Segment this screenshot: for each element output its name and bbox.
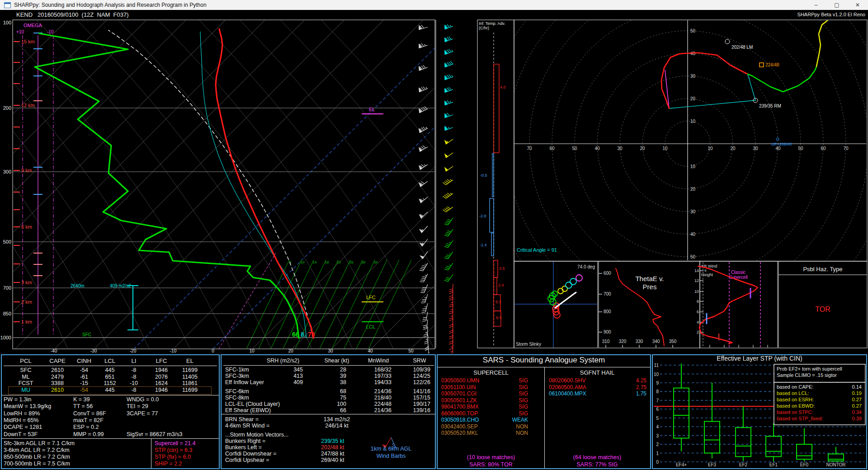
svg-text:850: 850: [3, 311, 11, 316]
sars-match-id: 03050501.LZK: [441, 398, 477, 404]
wind-barb: [444, 227, 453, 237]
pcl-row-name: ML: [10, 374, 42, 380]
kin-row-label: SFC-3km: [225, 373, 249, 379]
thermo-stat: ConvT = 86F: [73, 411, 106, 417]
wind-barb: [443, 177, 453, 185]
svg-text:20: 20: [690, 187, 696, 192]
wind-barb: [419, 209, 428, 218]
svg-text:v.: v.: [704, 268, 707, 273]
wind-barb: [449, 304, 453, 314]
wind-barb: [444, 216, 453, 226]
svg-text:340: 340: [652, 339, 660, 344]
svg-text:30: 30: [690, 74, 696, 79]
svg-text:60: 60: [549, 146, 555, 151]
svg-text:EF3: EF3: [708, 462, 717, 467]
wind-barb: [443, 111, 453, 118]
kin-row-label: SFC-8km: [225, 395, 249, 401]
svg-text:10: 10: [708, 146, 713, 151]
svg-text:0.39: 0.39: [852, 416, 862, 421]
wind-barb: [422, 302, 428, 313]
svg-text:18: 18: [325, 260, 329, 264]
window-title: SHARPpy: Sounding and Hodograph Analysis…: [14, 2, 806, 8]
svg-text:50: 50: [690, 254, 696, 259]
svg-text:100: 100: [3, 20, 11, 25]
stp-panel[interactable]: Effective Layer STP (with CIN)0123456789…: [652, 354, 867, 469]
sars-supercell-matches: (10 loose matches): [438, 455, 544, 461]
composite-index: Supercell = 21.4: [155, 441, 196, 446]
svg-text:40: 40: [775, 146, 781, 151]
sars-match-id: 03050500.UMN: [441, 378, 479, 384]
kinematics-panel[interactable]: SRH (m2/s2)Shear (kt)MnWindSRWSFC-1km345…: [221, 354, 436, 469]
smv-value: 202/48 kt: [321, 445, 344, 451]
svg-text:Prob EF2+ torn with supercell: Prob EF2+ torn with supercell: [777, 366, 842, 371]
sars-match-result: NON: [496, 430, 528, 436]
pcl-col-header: LFC: [146, 358, 177, 364]
svg-text:-20: -20: [130, 348, 137, 353]
pcl-row-name: FCST: [10, 381, 42, 386]
wind-barb: [418, 85, 428, 92]
svg-text:2: 2: [656, 442, 659, 447]
svg-text:10: 10: [690, 119, 696, 124]
pcl-col-header: LI: [118, 358, 150, 364]
smv-value: 239/35 kt: [321, 438, 344, 444]
svg-text:700: 700: [604, 291, 611, 296]
wind-barb: [418, 161, 428, 169]
svg-text:6.3: 6.3: [495, 300, 501, 304]
svg-text:10: 10: [249, 348, 255, 353]
svg-text:based on CAPE:: based on CAPE:: [777, 384, 813, 390]
svg-text:500: 500: [3, 239, 11, 244]
hodograph-panel: 1010202030304040505060607070101020203030…: [484, 0, 868, 347]
svg-text:60: 60: [821, 146, 826, 151]
sars-match-id: 98041700.BMX: [441, 404, 479, 410]
smv-value: 269/40 kt: [321, 457, 344, 463]
hodo-cyan-link: [669, 100, 755, 108]
sars-match-id: 66060900.TOP: [441, 411, 478, 417]
svg-text:4.0: 4.0: [500, 85, 506, 89]
svg-text:5: 5: [656, 416, 659, 421]
skewt-panel: 6101418222630341002003005007008501000OME…: [0, 20, 740, 353]
insets-strip: PCLCAPECINHLCLLILFCELSFC2610-54445-81946…: [0, 353, 868, 470]
svg-text:40: 40: [594, 146, 600, 151]
svg-text:73: 73: [308, 331, 315, 338]
wind-barb: [449, 284, 453, 294]
close-button[interactable]: ✕: [847, 0, 868, 10]
sars-panel[interactable]: SARS - Sounding Analogue SystemSUPERCELL…: [437, 354, 651, 469]
svg-text:2: 2: [697, 330, 699, 334]
svg-text:14: 14: [313, 260, 317, 264]
sars-match-result: SIG: [496, 385, 528, 390]
graphics-canvas[interactable]: 6101418222630341002003005007008501000OME…: [0, 0, 868, 353]
svg-text:4: 4: [656, 424, 659, 429]
svg-text:320: 320: [619, 339, 627, 344]
svg-text:1: 1: [656, 451, 659, 456]
wind-barb: [421, 293, 428, 304]
svg-text:-10: -10: [170, 348, 177, 353]
sars-match-result: SIG: [496, 398, 528, 404]
svg-text:10: 10: [694, 289, 699, 294]
svg-text:14: 14: [694, 268, 699, 273]
sars-match-result: 1.75: [614, 391, 646, 397]
thermo-stat: LowRH = 89%: [4, 411, 40, 417]
svg-text:700: 700: [3, 285, 11, 291]
sars-hail-prob: SARS: 77% SIG: [544, 462, 650, 468]
svg-text:10: 10: [301, 260, 305, 264]
svg-text:10: 10: [662, 146, 668, 151]
composite-index: SHIP = 2.2: [155, 461, 182, 467]
svg-text:15 km: 15 km: [21, 39, 35, 44]
svg-text:30: 30: [753, 146, 758, 151]
wind-barb: [443, 124, 453, 130]
maximize-button[interactable]: ▢: [826, 0, 847, 10]
wind-barb: [444, 249, 453, 260]
wind-barb: [449, 297, 453, 307]
hodo-trace-mid: [748, 66, 816, 92]
thermo-panel[interactable]: PCLCAPECINHLCLLILFCELSFC2610-54445-81946…: [1, 354, 220, 469]
svg-text:70: 70: [527, 146, 532, 151]
minimize-button[interactable]: –: [806, 0, 826, 10]
svg-text:10: 10: [690, 164, 696, 169]
smv-label: Bunkers Left =: [225, 445, 262, 451]
sars-supercell-header: SUPERCELL: [438, 370, 544, 376]
pcl-col-header: PCL: [10, 358, 42, 364]
kin-row-label: Eff Shear (EBWD): [225, 408, 271, 414]
wind-barb: [418, 106, 428, 113]
wind-barb: [444, 136, 453, 144]
wind-barb: [443, 190, 453, 199]
